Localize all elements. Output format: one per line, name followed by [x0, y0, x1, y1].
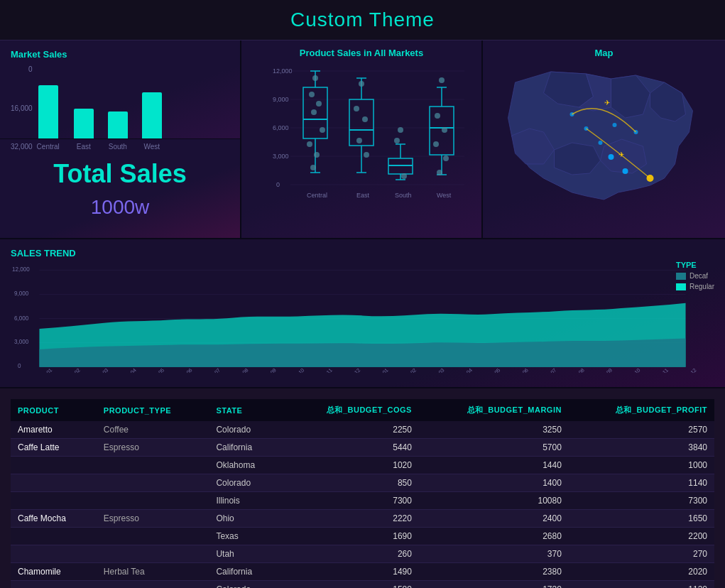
svg-text:9,000: 9,000 — [273, 96, 289, 103]
trend-title: SALES TREND — [11, 248, 714, 258]
svg-text:2010-07: 2010-07 — [540, 367, 557, 373]
svg-point-54 — [435, 113, 440, 119]
cell-type — [97, 545, 209, 563]
table-row: Texas 1690 2680 2200 — [11, 528, 714, 545]
svg-text:12,000: 12,000 — [12, 266, 30, 273]
table-row: Utah 260 370 270 — [11, 545, 714, 563]
bar-group-south: South — [108, 111, 128, 151]
cell-margin: 1440 — [419, 457, 569, 474]
trend-svg: 12,000 9,000 6,000 3,000 0 2009-01 2009-… — [11, 263, 714, 373]
cell-profit: 1650 — [569, 510, 714, 528]
page-header: Custom Theme — [0, 0, 725, 40]
market-sales-title: Market Sales — [11, 49, 229, 60]
boxplot-area: 12,000 9,000 6,000 3,000 0 — [250, 62, 473, 219]
total-sales-title: Total Sales — [53, 159, 186, 189]
svg-point-55 — [442, 127, 447, 133]
svg-point-22 — [314, 152, 320, 158]
bar-label-east: East — [77, 143, 91, 151]
legend-title: TYPE — [676, 261, 714, 269]
trend-section: SALES TREND 12,000 9,000 6,000 3,000 0 2… — [0, 239, 725, 388]
cell-type: Coffee — [97, 421, 209, 439]
cell-type — [97, 492, 209, 510]
svg-text:2010-01: 2010-01 — [373, 367, 390, 373]
svg-point-17 — [309, 92, 315, 97]
table-row: Illinois 7300 10080 7300 — [11, 492, 714, 510]
svg-text:2009-04: 2009-04 — [121, 367, 138, 373]
cell-product — [11, 528, 97, 545]
cell-product — [11, 581, 97, 589]
svg-text:2010-08: 2010-08 — [569, 367, 586, 373]
svg-text:9,000: 9,000 — [14, 290, 29, 297]
svg-text:6,000: 6,000 — [14, 315, 29, 322]
svg-text:East: East — [356, 192, 370, 199]
svg-text:2009-02: 2009-02 — [65, 367, 82, 373]
cell-cogs: 5440 — [282, 439, 419, 457]
cell-state: Texas — [209, 528, 282, 545]
svg-point-62 — [609, 154, 614, 160]
svg-text:South: South — [395, 192, 412, 199]
regular-label: Regular — [689, 283, 714, 290]
bar-south — [108, 111, 128, 138]
svg-point-18 — [316, 101, 322, 107]
cell-profit: 3840 — [569, 439, 714, 457]
table-row: Colorado 1580 1730 1130 — [11, 581, 714, 589]
cell-product: Caffe Latte — [11, 439, 97, 457]
bar-group-central: Central — [37, 85, 60, 151]
col-state: STATE — [209, 399, 282, 421]
svg-point-63 — [599, 141, 603, 145]
svg-text:Central: Central — [307, 192, 327, 199]
cell-product — [11, 457, 97, 474]
cell-state: California — [209, 563, 282, 581]
svg-point-31 — [359, 81, 364, 87]
cell-margin: 2400 — [419, 510, 569, 528]
cell-state: Utah — [209, 545, 282, 563]
svg-text:0: 0 — [18, 363, 21, 369]
bar-label-west: West — [144, 143, 160, 151]
svg-point-61 — [623, 168, 628, 174]
cell-cogs: 260 — [282, 545, 419, 563]
svg-point-53 — [439, 77, 445, 83]
svg-text:2009-12: 2009-12 — [344, 367, 361, 373]
svg-point-58 — [437, 170, 442, 175]
svg-point-19 — [311, 109, 317, 115]
cell-margin: 2680 — [419, 528, 569, 545]
svg-point-65 — [613, 123, 617, 127]
svg-text:2009-05: 2009-05 — [148, 367, 165, 373]
cell-type — [97, 474, 209, 492]
svg-text:2010-05: 2010-05 — [484, 367, 501, 373]
cell-margin: 2380 — [419, 563, 569, 581]
svg-text:2010-06: 2010-06 — [513, 367, 530, 373]
bars-container: Central East South West — [37, 85, 229, 151]
cell-state: Oklahoma — [209, 457, 282, 474]
svg-point-33 — [362, 116, 368, 122]
cell-state: California — [209, 439, 282, 457]
bar-label-south: South — [109, 143, 127, 151]
total-sales-panel: Total Sales 1000w — [0, 139, 241, 238]
map-title: Map — [491, 48, 716, 58]
svg-text:3,000: 3,000 — [14, 339, 29, 345]
svg-point-56 — [433, 141, 439, 147]
table-row: Caffe Mocha Espresso Ohio 2220 2400 1650 — [11, 510, 714, 528]
svg-rect-27 — [349, 99, 374, 146]
svg-text:12,000: 12,000 — [273, 67, 293, 75]
cell-product: Caffe Mocha — [11, 510, 97, 528]
table-row: Caffe Latte Espresso California 5440 570… — [11, 439, 714, 457]
cell-product — [11, 545, 97, 563]
svg-text:2009-01: 2009-01 — [36, 367, 53, 373]
svg-point-23 — [310, 165, 316, 170]
legend-item-decaf: Decaf — [676, 272, 714, 280]
cell-cogs: 2220 — [282, 510, 419, 528]
table-header-row: PRODUCT PRODUCT_TYPE STATE 总和_BUDGET_COG… — [11, 399, 714, 421]
svg-rect-49 — [430, 107, 454, 155]
bar-east — [74, 109, 94, 138]
cell-type: Espresso — [97, 510, 209, 528]
cell-profit: 2200 — [569, 528, 714, 545]
map-panel: Map — [483, 40, 725, 238]
svg-text:3,000: 3,000 — [273, 153, 289, 160]
table-row: Colorado 850 1400 1140 — [11, 474, 714, 492]
total-sales-value: 1000w — [91, 196, 150, 219]
cell-type: Herbal Tea — [97, 563, 209, 581]
bar-central — [38, 85, 58, 138]
svg-point-35 — [364, 152, 369, 158]
bar-label-central: Central — [37, 143, 60, 151]
